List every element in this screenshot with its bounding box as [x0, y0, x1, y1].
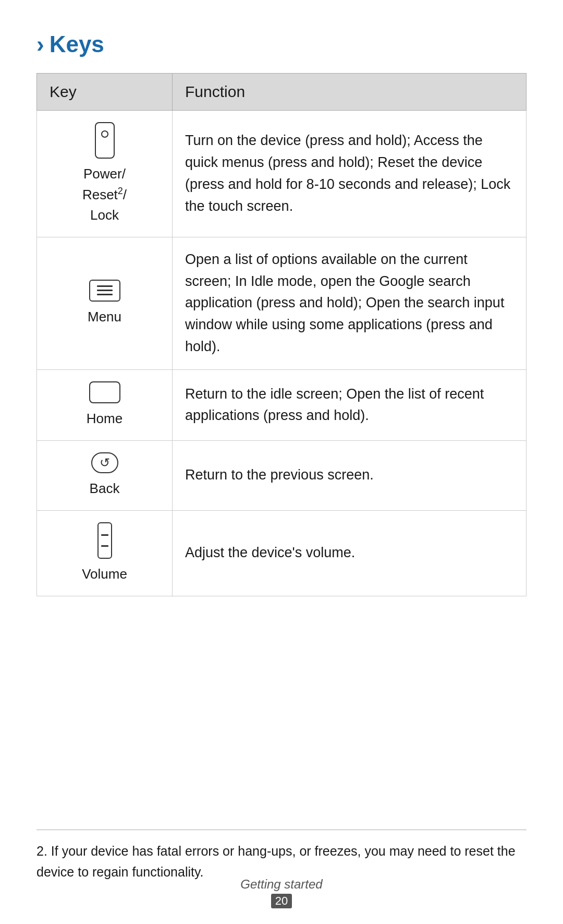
title-text: Keys	[50, 31, 104, 57]
table-row: Home Return to the idle screen; Open the…	[37, 369, 527, 440]
keys-table: Key Function Power/Reset2/Lock Turn on t…	[36, 73, 527, 596]
home-key-icon	[89, 381, 120, 403]
table-row: Power/Reset2/Lock Turn on the device (pr…	[37, 111, 527, 237]
back-key-icon: ↺	[91, 452, 118, 473]
key-cell-home: Home	[37, 369, 173, 440]
volume-key-icon	[97, 522, 112, 559]
page-title: › Keys	[36, 31, 527, 57]
menu-line-2	[97, 290, 113, 291]
table-row: ↺ Back Return to the previous screen.	[37, 440, 527, 510]
title-chevron: ›	[36, 31, 44, 57]
function-cell-back: Return to the previous screen.	[173, 440, 527, 510]
volume-line-bottom	[101, 545, 108, 547]
function-cell-power: Turn on the device (press and hold); Acc…	[173, 111, 527, 237]
function-cell-home: Return to the idle screen; Open the list…	[173, 369, 527, 440]
page-footer: Getting started 20	[0, 877, 563, 908]
key-label-power: Power/Reset2/Lock	[82, 164, 127, 225]
footer-label: Getting started	[240, 877, 322, 892]
volume-line-top	[101, 534, 108, 536]
function-cell-volume: Adjust the device's volume.	[173, 510, 527, 596]
menu-key-icon	[89, 280, 120, 302]
key-label-volume: Volume	[82, 564, 127, 584]
key-cell-menu: Menu	[37, 237, 173, 369]
menu-line-3	[97, 294, 113, 295]
power-key-icon	[95, 122, 115, 159]
col-header-function: Function	[173, 74, 527, 111]
key-cell-volume: Volume	[37, 510, 173, 596]
menu-lines	[97, 285, 113, 295]
key-label-menu: Menu	[88, 307, 121, 327]
col-header-key: Key	[37, 74, 173, 111]
key-cell-power: Power/Reset2/Lock	[37, 111, 173, 237]
function-cell-menu: Open a list of options available on the …	[173, 237, 527, 369]
table-row: Menu Open a list of options available on…	[37, 237, 527, 369]
menu-line-1	[97, 285, 113, 287]
key-label-back: Back	[90, 478, 120, 499]
footnote-divider	[36, 830, 527, 830]
footer-page-number: 20	[271, 894, 292, 908]
table-row: Volume Adjust the device's volume.	[37, 510, 527, 596]
key-label-home: Home	[87, 409, 123, 429]
footnote-section: 2. If your device has fatal errors or ha…	[36, 830, 527, 882]
key-cell-back: ↺ Back	[37, 440, 173, 510]
table-header-row: Key Function	[37, 74, 527, 111]
footnote-text: 2. If your device has fatal errors or ha…	[36, 841, 527, 882]
